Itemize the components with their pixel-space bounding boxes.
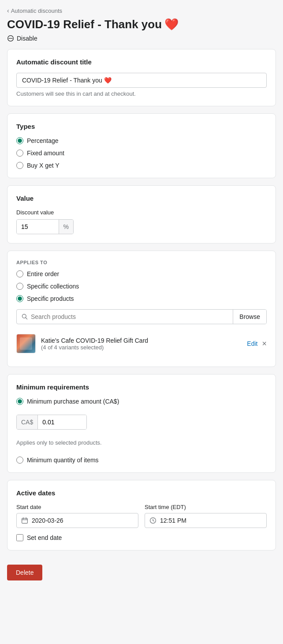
ca-amount-input[interactable] — [38, 415, 86, 429]
min-quantity-option[interactable]: Minimum quantity of items — [16, 457, 267, 464]
applies-to-card: APPLIES TO Entire order Specific collect… — [7, 251, 276, 367]
type-percentage[interactable]: Percentage — [16, 137, 267, 144]
start-time-label: Start time (EDT) — [145, 504, 267, 510]
date-time-row: Start date Start time (EDT) — [16, 504, 267, 528]
types-card: Types Percentage Fixed amount Buy X get … — [7, 113, 276, 178]
minimum-requirements-heading: Minimum requirements — [16, 383, 267, 391]
applies-to-radio-group: Entire order Specific collections Specif… — [16, 270, 267, 302]
min-purchase-option[interactable]: Minimum purchase amount (CA$) — [16, 398, 267, 405]
start-date-input[interactable] — [32, 517, 134, 524]
page-title: COVID-19 Relief - Thank you ❤️ — [7, 18, 276, 31]
product-edit-link[interactable]: Edit — [247, 340, 257, 347]
discount-title-helper: Customers will see this in cart and at c… — [16, 90, 267, 97]
applies-specific-products-label: Specific products — [27, 295, 74, 302]
minimum-requirements-card: Minimum requirements Minimum purchase am… — [7, 374, 276, 473]
ca-prefix: CA$ — [17, 415, 38, 429]
applies-specific-products-radio[interactable] — [16, 295, 23, 302]
type-fixed-amount-radio[interactable] — [16, 150, 23, 157]
applies-entire-order-label: Entire order — [27, 270, 59, 277]
active-dates-card: Active dates Start date Start time (EDT) — [7, 480, 276, 550]
discount-value-input[interactable] — [17, 220, 59, 234]
type-fixed-amount-label: Fixed amount — [27, 150, 64, 157]
start-date-field: Start date — [16, 504, 138, 528]
disable-icon — [7, 35, 14, 42]
start-date-input-wrap — [16, 513, 138, 528]
start-time-input[interactable] — [160, 517, 262, 524]
types-radio-group: Percentage Fixed amount Buy X get Y — [16, 137, 267, 169]
type-percentage-radio[interactable] — [16, 137, 23, 144]
svg-line-10 — [153, 520, 154, 521]
set-end-date-row: Set end date — [16, 534, 267, 541]
value-heading: Value — [16, 195, 267, 202]
set-end-date-label: Set end date — [27, 534, 62, 541]
min-quantity-label: Minimum quantity of items — [27, 457, 99, 464]
page-title-emoji: ❤️ — [164, 18, 179, 31]
min-quantity-radio[interactable] — [16, 457, 23, 464]
set-end-date-checkbox[interactable] — [16, 534, 23, 541]
product-search-wrap: Browse — [16, 309, 267, 324]
applies-specific-collections[interactable]: Specific collections — [16, 283, 267, 290]
delete-button[interactable]: Delete — [7, 565, 42, 580]
product-variants: (4 of 4 variants selected) — [41, 344, 242, 351]
applies-note: Applies only to selected products. — [16, 439, 267, 446]
breadcrumb: ‹ Automatic discounts — [7, 7, 276, 14]
applies-entire-order[interactable]: Entire order — [16, 270, 267, 277]
product-thumbnail — [16, 334, 36, 353]
product-info: Katie's Cafe COVID-19 Relief Gift Card (… — [41, 337, 242, 351]
applies-specific-products[interactable]: Specific products — [16, 295, 267, 302]
product-name: Katie's Cafe COVID-19 Relief Gift Card — [41, 337, 242, 344]
search-inner — [17, 310, 233, 324]
product-item: Katie's Cafe COVID-19 Relief Gift Card (… — [16, 329, 267, 358]
applies-to-section-label: APPLIES TO — [16, 260, 267, 265]
start-time-input-wrap — [145, 513, 267, 528]
types-heading: Types — [16, 123, 267, 130]
type-buy-x-get-y-label: Buy X get Y — [27, 162, 60, 169]
svg-rect-4 — [22, 518, 28, 523]
min-req-radio-group: Minimum purchase amount (CA$) CA$ Applie… — [16, 398, 267, 464]
value-card: Value Discount value % — [7, 185, 276, 243]
applies-entire-order-radio[interactable] — [16, 270, 23, 277]
start-time-field: Start time (EDT) — [145, 504, 267, 528]
discount-value-suffix: % — [59, 220, 73, 234]
svg-line-3 — [26, 318, 27, 319]
chevron-left-icon: ‹ — [7, 7, 9, 14]
discount-value-label: Discount value — [16, 209, 267, 216]
browse-button[interactable]: Browse — [233, 310, 266, 324]
min-purchase-radio[interactable] — [16, 398, 23, 405]
disable-label: Disable — [17, 35, 37, 42]
min-purchase-label: Minimum purchase amount (CA$) — [27, 398, 119, 405]
applies-specific-collections-label: Specific collections — [27, 283, 79, 290]
active-dates-heading: Active dates — [16, 489, 267, 497]
search-icon — [21, 313, 28, 320]
type-buy-x-get-y[interactable]: Buy X get Y — [16, 162, 267, 169]
calendar-icon — [21, 517, 28, 524]
product-remove-button[interactable]: × — [262, 340, 267, 348]
discount-title-input[interactable] — [16, 73, 267, 88]
discount-value-input-wrap: % — [16, 219, 74, 234]
product-actions: Edit × — [247, 340, 267, 348]
discount-title-card: Automatic discount title Customers will … — [7, 49, 276, 106]
search-input[interactable] — [31, 310, 228, 324]
breadcrumb-link[interactable]: Automatic discounts — [11, 7, 62, 14]
page-title-text: COVID-19 Relief - Thank you — [7, 18, 162, 31]
discount-title-heading: Automatic discount title — [16, 58, 267, 66]
type-percentage-label: Percentage — [27, 137, 59, 144]
clock-icon — [149, 517, 156, 524]
disable-button[interactable]: Disable — [7, 35, 37, 42]
type-buy-x-get-y-radio[interactable] — [16, 162, 23, 169]
start-date-label: Start date — [16, 504, 138, 510]
applies-specific-collections-radio[interactable] — [16, 283, 23, 290]
ca-input-wrap: CA$ — [16, 415, 87, 430]
type-fixed-amount[interactable]: Fixed amount — [16, 150, 267, 157]
